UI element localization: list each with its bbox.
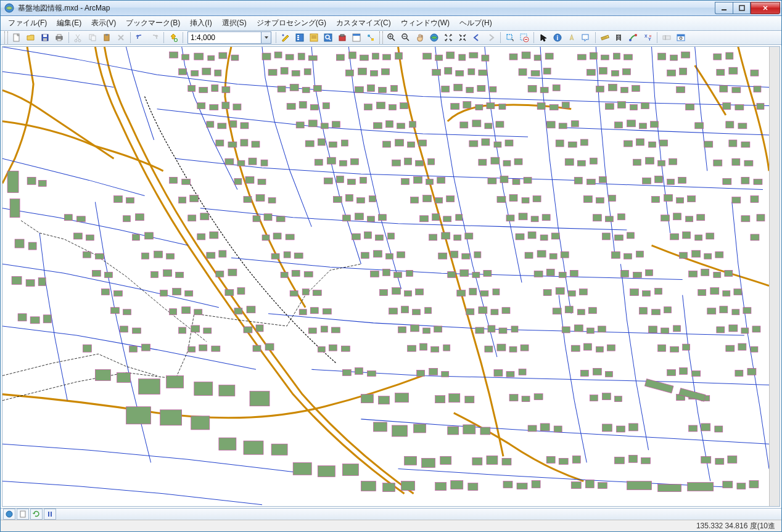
svg-rect-225: [482, 139, 490, 145]
new-button[interactable]: [10, 31, 23, 44]
svg-rect-236: [729, 140, 737, 147]
menu-help[interactable]: ヘルプ(H): [455, 16, 497, 30]
svg-rect-156: [30, 317, 39, 324]
svg-rect-386: [284, 252, 290, 258]
map-canvas[interactable]: [2, 47, 769, 506]
svg-rect-69: [423, 54, 432, 60]
svg-rect-476: [401, 306, 409, 313]
svg-rect-614: [293, 463, 311, 475]
zoom-out-button[interactable]: [399, 31, 413, 44]
svg-rect-87: [714, 54, 722, 60]
svg-rect-457: [579, 289, 587, 295]
maximize-button[interactable]: [733, 2, 751, 14]
svg-rect-136: [540, 88, 548, 93]
refresh-button[interactable]: [30, 509, 43, 520]
svg-rect-279: [512, 179, 520, 185]
menu-file[interactable]: ファイル(F): [3, 16, 52, 30]
editor-toolbar-button[interactable]: [279, 31, 292, 44]
svg-rect-335: [456, 215, 463, 221]
svg-rect-55: [208, 56, 215, 61]
pause-button[interactable]: [44, 509, 56, 520]
svg-rect-362: [429, 234, 437, 240]
add-data-button[interactable]: [167, 31, 180, 44]
svg-rect-555: [167, 376, 184, 388]
arctoolbox-button[interactable]: [335, 31, 349, 44]
svg-rect-291: [113, 196, 122, 203]
svg-rect-453: [493, 289, 500, 295]
select-features-button[interactable]: [503, 31, 517, 44]
paste-button[interactable]: [100, 31, 113, 44]
svg-rect-276: [437, 178, 445, 184]
svg-rect-371: [614, 235, 623, 240]
find-button[interactable]: [612, 31, 626, 44]
measure-button[interactable]: [598, 31, 612, 44]
svg-rect-125: [313, 86, 321, 92]
full-extent-button[interactable]: [427, 31, 441, 44]
model-builder-button[interactable]: [364, 31, 377, 44]
menu-selection[interactable]: 選択(S): [217, 16, 252, 30]
python-button[interactable]: [350, 31, 363, 44]
fixed-zoom-out-button[interactable]: [456, 31, 469, 44]
undo-button[interactable]: [133, 31, 147, 44]
vertical-scrollbar[interactable]: [769, 47, 780, 506]
html-popup-button[interactable]: [579, 31, 593, 44]
svg-rect-445: [313, 290, 321, 296]
scale-input[interactable]: [187, 31, 261, 44]
save-button[interactable]: [38, 31, 52, 44]
svg-rect-431: [646, 270, 653, 276]
viewer-window-button[interactable]: [674, 31, 688, 44]
menu-edit[interactable]: 編集(E): [52, 16, 86, 30]
clear-selection-button[interactable]: [517, 31, 531, 44]
select-elements-button[interactable]: [537, 31, 550, 44]
go-to-xy-button[interactable]: XY: [641, 31, 654, 44]
svg-rect-71: [447, 52, 455, 59]
svg-rect-315: [677, 198, 684, 203]
print-button[interactable]: [52, 31, 66, 44]
menu-geoprocessing[interactable]: ジオプロセシング(G): [252, 16, 331, 30]
svg-rect-477: [413, 309, 421, 315]
svg-rect-293: [179, 197, 186, 203]
menu-bookmarks[interactable]: ブックマーク(B): [121, 16, 185, 30]
svg-rect-271: [347, 179, 355, 185]
minimize-button[interactable]: [715, 2, 733, 14]
catalog-button[interactable]: [307, 31, 321, 44]
toc-button[interactable]: [293, 31, 307, 44]
identify-button[interactable]: i: [551, 31, 564, 44]
zoom-in-button[interactable]: [385, 31, 398, 44]
svg-rect-123: [290, 84, 298, 91]
svg-rect-396: [525, 253, 533, 259]
svg-rect-216: [305, 141, 314, 147]
svg-rect-524: [129, 346, 137, 353]
menu-windows[interactable]: ウィンドウ(W): [396, 16, 455, 30]
find-route-button[interactable]: [627, 31, 640, 44]
svg-rect-619: [440, 457, 451, 465]
layout-view-button[interactable]: [17, 509, 29, 520]
svg-rect-581: [395, 393, 409, 403]
time-slider-button: [660, 31, 673, 44]
search-window-button[interactable]: [321, 31, 335, 44]
pan-button[interactable]: [413, 31, 427, 44]
toolbar-grip[interactable]: [4, 31, 8, 44]
scale-dropdown[interactable]: [261, 31, 271, 44]
open-button[interactable]: [24, 31, 38, 44]
svg-rect-101: [432, 70, 441, 76]
svg-rect-165: [323, 103, 329, 109]
close-button[interactable]: [751, 2, 780, 14]
svg-rect-554: [139, 379, 160, 395]
svg-rect-58: [262, 54, 271, 60]
svg-rect-90: [191, 71, 199, 76]
svg-rect-420: [406, 271, 413, 277]
menu-insert[interactable]: 挿入(I): [185, 16, 216, 30]
toolbar-grip[interactable]: [379, 31, 383, 44]
svg-rect-494: [120, 326, 128, 332]
menu-view[interactable]: 表示(V): [86, 16, 121, 30]
svg-rect-625: [572, 456, 580, 464]
back-button[interactable]: [470, 31, 484, 44]
svg-rect-104: [468, 69, 475, 75]
svg-rect-427: [559, 272, 566, 278]
svg-rect-231: [624, 141, 632, 147]
fixed-zoom-in-button[interactable]: [442, 31, 455, 44]
data-view-button[interactable]: [3, 509, 15, 520]
menu-customize[interactable]: カスタマイズ(C): [331, 16, 396, 30]
svg-rect-24: [311, 38, 316, 38]
